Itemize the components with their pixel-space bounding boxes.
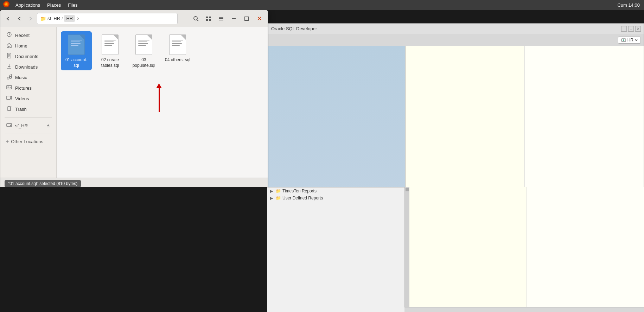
menu-button[interactable] xyxy=(216,13,227,24)
nav-back-button[interactable] xyxy=(3,14,13,24)
file-icon-03 xyxy=(134,33,154,56)
svg-rect-7 xyxy=(206,19,208,21)
oracle-title: Oracle SQL Developer xyxy=(271,26,317,31)
file-label-02: 02 create tables.sql xyxy=(96,57,124,68)
nav-forward-button[interactable] xyxy=(26,14,36,24)
breadcrumb-sf-hr[interactable]: sf_HR xyxy=(47,16,60,21)
sidebar-label-documents: Documents xyxy=(15,54,38,59)
file-item-04[interactable]: 04 others. sql xyxy=(162,31,193,70)
svg-rect-8 xyxy=(209,19,211,21)
expand-icon-timestenreports: ▶ xyxy=(270,189,274,193)
oracle-close-button[interactable]: ✕ xyxy=(635,26,641,32)
connection-dropdown-icon xyxy=(635,39,638,42)
oracle-toolbar: HR xyxy=(268,34,644,46)
svg-point-28 xyxy=(10,125,11,126)
fm-sidebar: Recent Home Documents Downloads xyxy=(0,27,57,178)
oracle-window-buttons: – □ ✕ xyxy=(621,26,641,32)
eject-icon[interactable] xyxy=(46,123,51,129)
fm-toolbar: 📁 sf_HR / HR xyxy=(0,10,268,27)
sidebar-item-sf-hr[interactable]: sf_HR xyxy=(2,120,55,131)
sidebar-label-videos: Videos xyxy=(15,96,29,101)
oracle-bottom-right xyxy=(404,187,644,312)
sidebar-label-music: Music xyxy=(15,75,27,80)
sidebar-item-recent[interactable]: Recent xyxy=(2,30,55,40)
sidebar-item-trash[interactable]: Trash xyxy=(2,104,55,114)
connection-icon xyxy=(621,38,626,43)
maximize-button[interactable] xyxy=(241,13,252,24)
sidebar-label-sf-hr: sf_HR xyxy=(15,123,28,128)
file-label-04: 04 others. sql xyxy=(165,57,190,63)
connection-name: HR xyxy=(627,38,633,43)
file-icon-02 xyxy=(100,33,120,56)
oracle-bottom-left-content xyxy=(409,187,527,312)
sidebar-item-home[interactable]: Home xyxy=(2,40,55,51)
sidebar-label-other-locations: Other Locations xyxy=(11,139,43,144)
menu-applications[interactable]: Applications xyxy=(13,2,43,8)
oracle-bottom-scrollbar[interactable] xyxy=(404,307,644,312)
tree-label-timestenreports: TimesTen Reports xyxy=(282,189,317,193)
downloads-icon xyxy=(6,63,12,70)
sidebar-item-pictures[interactable]: Pictures xyxy=(2,83,55,93)
svg-point-23 xyxy=(9,76,12,78)
svg-point-31 xyxy=(623,39,624,41)
videos-icon xyxy=(6,95,12,102)
view-toggle-button[interactable] xyxy=(203,13,214,24)
file-icon-01 xyxy=(66,33,86,56)
sidebar-item-other-locations[interactable]: + Other Locations xyxy=(2,137,55,146)
close-button[interactable]: ✕ xyxy=(254,13,265,24)
red-arrow xyxy=(156,83,162,112)
svg-point-22 xyxy=(7,77,9,79)
files-grid: 01 account. sql xyxy=(61,31,263,70)
clock: Cum 14:00 xyxy=(617,2,640,8)
menu-files[interactable]: Files xyxy=(65,2,80,8)
svg-point-3 xyxy=(194,17,197,20)
sidebar-item-music[interactable]: Music xyxy=(2,72,55,83)
bottom-dark-area xyxy=(0,187,267,312)
tree-item-userdefinedreports[interactable]: ▶ 📁 User Defined Reports xyxy=(267,195,404,202)
music-icon xyxy=(6,74,12,81)
sidebar-label-downloads: Downloads xyxy=(15,64,38,70)
tree-label-userdefinedreports: User Defined Reports xyxy=(282,196,323,200)
sidebar-label-recent: Recent xyxy=(15,33,30,38)
drive-icon xyxy=(6,122,12,129)
breadcrumb-folder-icon: 📁 xyxy=(40,16,46,21)
expand-icon-userdefinedreports: ▶ xyxy=(270,196,274,200)
minimize-button[interactable] xyxy=(228,13,240,24)
sidebar-item-documents[interactable]: Documents xyxy=(2,51,55,62)
breadcrumb: 📁 sf_HR / HR xyxy=(37,13,178,24)
file-item-01[interactable]: 01 account. sql xyxy=(61,31,92,70)
sidebar-label-home: Home xyxy=(15,43,27,49)
sidebar-label-trash: Trash xyxy=(15,107,27,112)
tree-item-timestenreports[interactable]: ▶ 📁 TimesTen Reports xyxy=(267,187,404,195)
toolbar-right: ✕ xyxy=(190,13,265,24)
file-icon-04 xyxy=(168,33,187,56)
trash-icon xyxy=(6,106,12,113)
breadcrumb-hr[interactable]: HR xyxy=(64,15,75,22)
svg-rect-26 xyxy=(7,96,10,100)
top-menubar: Applications Places Files Cum 14:00 xyxy=(0,0,644,10)
file-item-02[interactable]: 02 create tables.sql xyxy=(95,31,126,70)
svg-rect-5 xyxy=(206,17,208,18)
file-label-03: 03 populate.sql xyxy=(130,57,158,68)
status-text: "01 account.sql" selected (810 bytes) xyxy=(5,180,81,187)
sidebar-item-downloads[interactable]: Downloads xyxy=(2,62,55,72)
menu-places[interactable]: Places xyxy=(44,2,64,8)
oracle-minimize-button[interactable]: – xyxy=(621,26,627,32)
file-item-03[interactable]: 03 populate.sql xyxy=(128,31,159,70)
svg-line-4 xyxy=(197,20,198,21)
fm-body: Recent Home Documents Downloads xyxy=(0,27,268,178)
scroll-up-button[interactable] xyxy=(406,188,409,191)
sidebar-item-videos[interactable]: Videos xyxy=(2,93,55,104)
folder-icon-timestenreports: 📁 xyxy=(276,189,281,193)
folder-icon-userdefinedreports: 📁 xyxy=(276,196,281,200)
nav-back-button2[interactable] xyxy=(14,14,24,24)
search-button[interactable] xyxy=(190,13,202,24)
documents-icon xyxy=(6,53,12,60)
file-label-01: 01 account. sql xyxy=(62,57,90,68)
home-icon xyxy=(6,42,12,49)
svg-line-16 xyxy=(9,34,10,35)
fm-files-area: 01 account. sql xyxy=(57,27,268,178)
oracle-restore-button[interactable]: □ xyxy=(628,26,634,32)
recent-icon xyxy=(6,32,12,39)
oracle-connection-badge[interactable]: HR xyxy=(618,37,641,44)
